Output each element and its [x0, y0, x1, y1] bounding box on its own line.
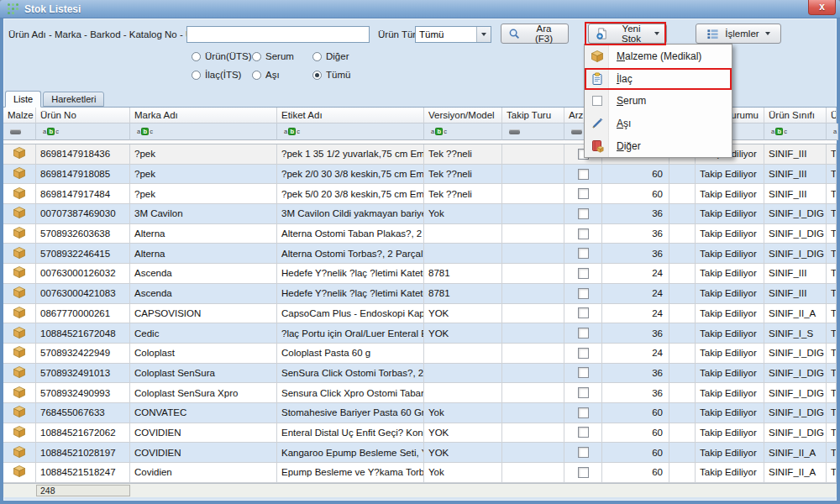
cell-marka-adi: 3M Cavilon — [130, 204, 277, 223]
radio-asi[interactable]: Aşı — [252, 67, 312, 82]
filter-cell-tanim[interactable]: abc — [827, 123, 838, 140]
cell-malze — [3, 403, 36, 423]
product-box-icon — [13, 186, 26, 202]
radio-serum[interactable]: Serum — [252, 49, 312, 64]
filter-cell-takip-turu[interactable] — [502, 123, 564, 140]
operations-button[interactable]: İşlemler — [696, 24, 781, 44]
table-row[interactable]: 10884521672062COVIDIENEnteral Distal Uç … — [3, 423, 837, 444]
cell-spacer — [669, 264, 696, 283]
cell-tanim: TI — [827, 284, 837, 303]
arz-checkbox[interactable] — [578, 208, 589, 219]
column-header-etiket-adi[interactable]: Etiket Adı — [277, 108, 424, 123]
table-row[interactable]: 007073874690303M Cavilon3M Cavilon Cildi… — [3, 204, 837, 224]
chevron-down-icon[interactable] — [476, 27, 491, 42]
abc-filter-icon: abc — [137, 128, 153, 135]
arz-checkbox[interactable] — [578, 427, 589, 438]
cell-durumu: Takip Ediliyor — [696, 204, 764, 223]
product-box-icon — [13, 265, 26, 281]
cell-spacer — [669, 423, 696, 443]
new-stock-button[interactable]: Yeni Stok — [588, 24, 667, 44]
clipboard-icon — [590, 72, 604, 86]
arz-checkbox[interactable] — [578, 367, 589, 378]
arz-checkbox[interactable] — [578, 228, 589, 239]
table-row[interactable]: 10884521028197COVIDIENKangaroo Epump Bes… — [3, 443, 837, 463]
equals-filter-icon — [571, 129, 582, 134]
arz-checkbox[interactable] — [578, 407, 589, 418]
table-row[interactable]: 8698147917484?pek?pek 5/0 20 3/8 keskin,… — [3, 184, 837, 204]
cell-miktar: 60 — [602, 403, 669, 423]
table-row[interactable]: 10884521518247CovidienEpump Besleme ve Y… — [3, 463, 837, 483]
filter-cell-etiket-adi[interactable]: abc — [277, 123, 424, 140]
column-header-tanim[interactable]: Ür — [827, 108, 837, 123]
table-row[interactable]: 00763000421083AscendaHedefe Y?nelik ?laç… — [3, 284, 837, 304]
filter-cell-marka-adi[interactable]: abc — [130, 123, 277, 140]
arz-checkbox[interactable] — [578, 307, 589, 318]
filter-cell-urun-sinifi[interactable]: abc — [764, 123, 827, 140]
column-header-urun-no[interactable]: Ürün No — [36, 108, 130, 123]
filter-cell-versiyon-model[interactable]: abc — [424, 123, 502, 140]
search-button[interactable]: Ara (F3) — [501, 24, 569, 44]
menu-item-ilac[interactable]: İlaç — [585, 68, 732, 91]
cell-marka-adi: COVIDIEN — [130, 423, 277, 443]
titlebar[interactable]: Stok Listesi x — [0, 0, 840, 18]
arz-checkbox[interactable] — [578, 268, 589, 279]
cell-versiyon-model: YOK — [424, 443, 502, 462]
table-row[interactable]: 5708932422949ColoplastColoplast Pasta 60… — [3, 344, 837, 364]
column-header-marka-adi[interactable]: Marka Adı — [130, 108, 277, 123]
grid-body: 8698147918436?pek?pek 1 35 1/2 yuvarlak,… — [3, 144, 837, 483]
column-header-takip-turu[interactable]: Takip Turu — [502, 108, 564, 123]
cell-urun-no: 00763000126032 — [36, 264, 130, 283]
arz-checkbox[interactable] — [578, 188, 589, 199]
column-header-versiyon-model[interactable]: Versiyon/Model — [424, 108, 502, 123]
radio-label: Aşı — [265, 70, 280, 80]
arz-checkbox[interactable] — [578, 387, 589, 398]
table-row[interactable]: 5708932603638AlternaAlterna Ostomi Taban… — [3, 224, 837, 244]
menu-item-diger[interactable]: Diğer — [585, 134, 732, 157]
cell-versiyon-model — [424, 383, 502, 402]
cell-miktar: 24 — [602, 284, 669, 303]
table-row[interactable]: 768455067633CONVATECStomahesive Bariyer … — [3, 403, 837, 423]
filter-cell-malze[interactable] — [3, 123, 36, 140]
filter-cell-urun-no[interactable]: abc — [36, 123, 130, 140]
cell-urun-no: 8698147918085 — [36, 165, 130, 184]
serum-icon — [590, 94, 604, 108]
table-row[interactable]: 5708932491013Coloplast SenSuraSenSura Cl… — [3, 364, 837, 384]
menu-item-asi[interactable]: Aşı — [585, 113, 732, 135]
cell-malze — [3, 204, 36, 223]
radio-urun-uts[interactable]: Ürün(ÜTS) — [192, 49, 252, 64]
table-row[interactable]: 5708932490993Coloplast SenSura XproSensu… — [3, 383, 837, 403]
table-row[interactable]: 0867770000261CAPSOVISIONCapsoCam Plus - … — [3, 304, 837, 324]
table-row[interactable]: 8698147918085?pek?pek 2/0 30 3/8 keskin,… — [3, 165, 837, 185]
arz-checkbox[interactable] — [578, 328, 589, 339]
arz-checkbox[interactable] — [578, 288, 589, 299]
search-input[interactable] — [186, 26, 370, 43]
chevron-down-icon — [654, 32, 659, 35]
cell-marka-adi: ?pek — [130, 184, 277, 203]
cell-miktar: 36 — [602, 383, 669, 402]
menu-item-malzeme-medikal[interactable]: Malzeme (Medikal) — [585, 45, 732, 68]
cell-versiyon-model: Tek ??neli — [424, 165, 502, 184]
tab-liste[interactable]: Liste — [5, 91, 41, 108]
arz-checkbox[interactable] — [578, 169, 589, 180]
table-row[interactable]: 00763000126032AscendaHedefe Y?nelik ?laç… — [3, 264, 837, 284]
radio-ilac-its[interactable]: İlaç(İTS) — [192, 67, 252, 82]
cell-urun-no: 5708932491013 — [36, 364, 130, 383]
menu-item-serum[interactable]: Serum — [585, 90, 732, 113]
table-row[interactable]: 10884521672048Cedic?laç Portu için Oral/… — [3, 323, 837, 344]
radio-label: Ürün(ÜTS) — [205, 51, 252, 61]
radio-tumu[interactable]: Tümü — [312, 67, 385, 82]
column-header-malze[interactable]: Malze — [3, 108, 36, 123]
cell-takip-turu — [502, 383, 564, 402]
table-row[interactable]: 5708932246415AlternaAlterna Ostomi Torba… — [3, 244, 837, 264]
arz-checkbox[interactable] — [578, 248, 589, 259]
menu-item-label: Serum — [617, 95, 646, 107]
close-button[interactable]: x — [808, 0, 836, 15]
product-type-select[interactable]: Tümü — [415, 26, 491, 43]
arz-checkbox[interactable] — [578, 467, 589, 478]
arz-checkbox[interactable] — [578, 447, 589, 458]
cell-tanim: TI — [827, 323, 837, 343]
column-header-urun-sinifi[interactable]: Ürün Sınıfı — [764, 108, 827, 123]
arz-checkbox[interactable] — [578, 348, 589, 359]
radio-diger[interactable]: Diğer — [312, 49, 385, 64]
tab-hareketleri[interactable]: Hareketleri — [43, 92, 104, 107]
